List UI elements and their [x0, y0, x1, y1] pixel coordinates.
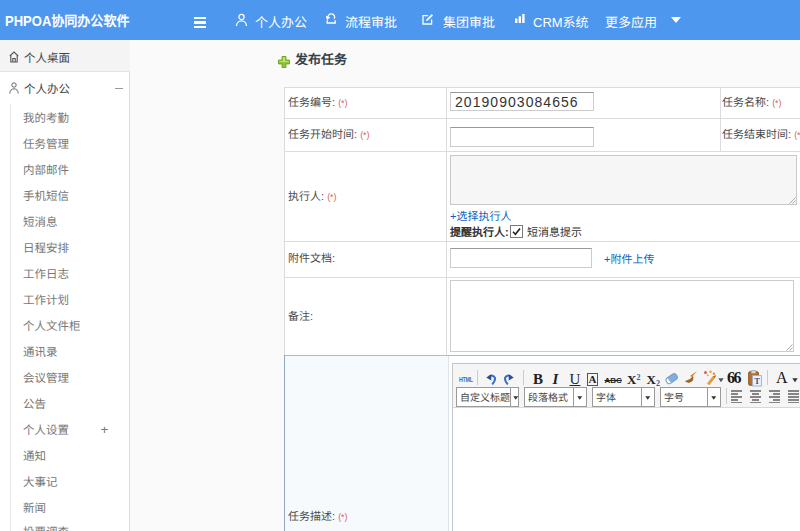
svg-text:T: T — [754, 375, 760, 385]
